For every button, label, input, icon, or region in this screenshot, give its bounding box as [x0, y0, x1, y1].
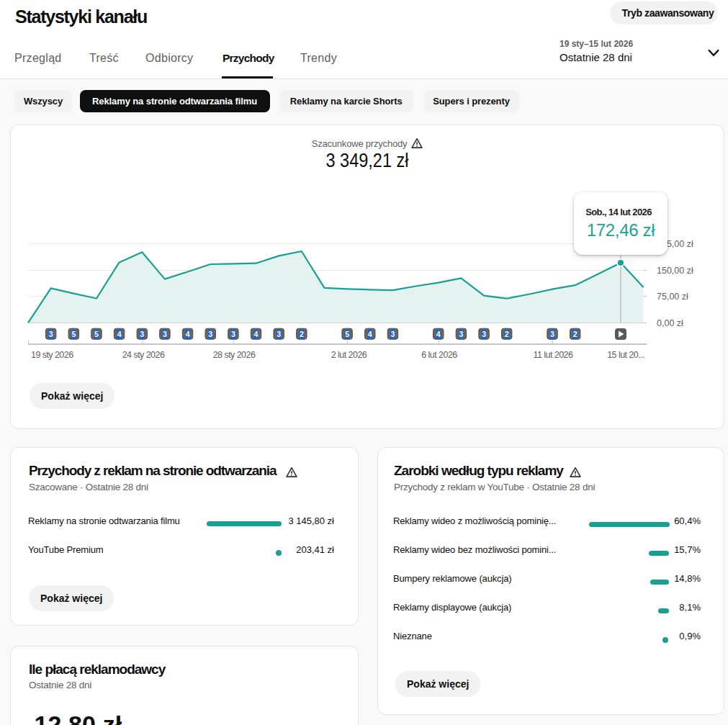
svg-text:3: 3 [140, 330, 144, 338]
svg-text:5: 5 [94, 330, 99, 338]
svg-text:3: 3 [163, 330, 167, 338]
svg-text:3: 3 [391, 330, 395, 338]
svg-text:11 lut 2026: 11 lut 2026 [534, 350, 573, 360]
svg-text:2: 2 [505, 330, 509, 338]
svg-text:3: 3 [459, 330, 463, 338]
svg-text:4: 4 [186, 330, 190, 338]
svg-text:4: 4 [368, 330, 372, 338]
svg-text:4: 4 [436, 330, 441, 338]
svg-text:15 lut 20...: 15 lut 20... [607, 350, 644, 360]
svg-text:4: 4 [254, 330, 259, 338]
svg-text:0,00 zł: 0,00 zł [657, 318, 683, 328]
svg-text:2: 2 [573, 330, 578, 338]
svg-text:2: 2 [300, 330, 304, 338]
svg-text:5: 5 [345, 330, 349, 338]
svg-text:3: 3 [277, 330, 281, 338]
svg-text:3: 3 [49, 330, 53, 338]
svg-text:6 lut 2026: 6 lut 2026 [421, 350, 457, 360]
svg-text:4: 4 [117, 330, 122, 338]
svg-text:2 lut 2026: 2 lut 2026 [331, 350, 367, 360]
svg-text:5: 5 [71, 330, 76, 338]
svg-text:3: 3 [208, 330, 212, 338]
svg-text:3: 3 [550, 330, 554, 338]
svg-text:19 sty 2026: 19 sty 2026 [31, 350, 73, 360]
svg-text:150,00 zł: 150,00 zł [657, 266, 693, 276]
svg-text:28 sty 2026: 28 sty 2026 [213, 350, 256, 360]
svg-text:24 sty 2026: 24 sty 2026 [122, 350, 165, 360]
svg-text:3: 3 [482, 330, 486, 338]
svg-text:3: 3 [231, 330, 235, 338]
svg-text:75,00 zł: 75,00 zł [657, 292, 688, 302]
